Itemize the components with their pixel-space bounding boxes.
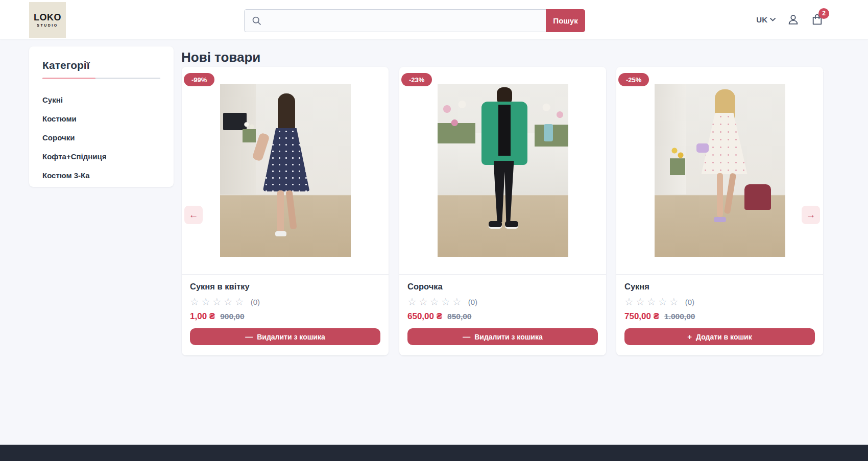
price-old: 900,00 <box>220 312 244 321</box>
cart-button-label: Видалити з кошика <box>257 333 325 341</box>
add-to-cart-button[interactable]: + Додати в кошик <box>624 328 815 345</box>
plus-icon: + <box>687 332 692 341</box>
categories-list: Сукні Костюми Сорочки Кофта+Спідниця Кос… <box>42 90 160 185</box>
discount-badge: -99% <box>184 73 214 86</box>
product-info: Сукня ☆☆☆☆☆ (0) 750,00 ₴ 1.000,00 + Дода… <box>616 275 823 345</box>
sidebar-item-sweater-skirt[interactable]: Кофта+Спідниця <box>42 147 160 166</box>
product-price-row: 650,00 ₴ 850,00 <box>407 311 598 322</box>
product-card: -25% Сукня ☆☆☆☆☆ (0) 750,00 ₴ 1.000,00 +… <box>616 67 823 355</box>
product-name[interactable]: Сукня в квітку <box>190 282 380 292</box>
price-old: 850,00 <box>447 312 471 321</box>
arrow-right-icon: → <box>806 209 816 221</box>
sidebar-item-suit-3pc[interactable]: Костюм 3-Ка <box>42 166 160 185</box>
product-price-row: 1,00 ₴ 900,00 <box>190 311 380 322</box>
user-icon <box>787 13 800 26</box>
product-card: -99% Сукня в квітку ☆☆☆☆☆ (0) 1,00 ₴ 900… <box>182 67 389 355</box>
cart-button[interactable]: 2 <box>810 13 824 27</box>
header: LOKO STUDIO Пошук UK 2 <box>0 0 868 39</box>
rating-count: (0) <box>468 298 477 306</box>
product-photo-zone <box>399 67 606 275</box>
star-rating-icons: ☆☆☆☆☆ <box>624 296 681 307</box>
product-photo-zone <box>616 67 823 275</box>
search-input-wrap <box>244 9 546 32</box>
logo-line1: LOKO <box>34 13 61 22</box>
product-rating: ☆☆☆☆☆ (0) <box>190 296 380 307</box>
search-button[interactable]: Пошук <box>546 9 585 32</box>
price-current: 750,00 ₴ <box>624 311 659 322</box>
product-photo[interactable] <box>655 84 785 257</box>
categories-divider <box>42 78 160 79</box>
rating-count: (0) <box>685 298 694 306</box>
header-actions: UK 2 <box>756 0 824 39</box>
cart-button-label: Додати в кошик <box>696 333 752 341</box>
cart-count-badge: 2 <box>818 8 829 19</box>
sidebar-item-suits[interactable]: Костюми <box>42 109 160 128</box>
product-price-row: 750,00 ₴ 1.000,00 <box>624 311 815 322</box>
product-name[interactable]: Сорочка <box>407 282 598 292</box>
product-card: -23% Сорочка ☆☆☆☆☆ (0) 650,00 ₴ 850,00 —… <box>399 67 606 355</box>
cart-button-label: Видалити з кошика <box>474 333 543 341</box>
logo-line2: STUDIO <box>37 23 58 27</box>
product-photo[interactable] <box>438 84 568 257</box>
footer <box>0 445 868 461</box>
price-current: 1,00 ₴ <box>190 311 215 322</box>
remove-from-cart-button[interactable]: — Видалити з кошика <box>407 328 598 345</box>
account-button[interactable] <box>786 13 800 27</box>
chevron-down-icon <box>770 18 776 21</box>
search-icon <box>251 15 262 26</box>
page-title: Нові товари <box>181 50 260 65</box>
carousel-prev-button[interactable]: ← <box>184 206 203 224</box>
product-rating: ☆☆☆☆☆ (0) <box>624 296 815 307</box>
product-info: Сукня в квітку ☆☆☆☆☆ (0) 1,00 ₴ 900,00 —… <box>182 275 389 345</box>
product-photo[interactable] <box>220 84 351 257</box>
logo[interactable]: LOKO STUDIO <box>29 2 66 38</box>
star-rating-icons: ☆☆☆☆☆ <box>190 296 246 307</box>
remove-from-cart-button[interactable]: — Видалити з кошика <box>190 328 380 345</box>
minus-icon: — <box>245 332 253 341</box>
categories-panel: Категорії Сукні Костюми Сорочки Кофта+Сп… <box>29 46 174 187</box>
rating-count: (0) <box>251 298 260 306</box>
arrow-left-icon: ← <box>189 209 199 221</box>
minus-icon: — <box>463 332 470 341</box>
price-old: 1.000,00 <box>664 312 695 321</box>
language-selector[interactable]: UK <box>756 15 776 24</box>
product-photo-zone <box>182 67 389 275</box>
sidebar-item-dresses[interactable]: Сукні <box>42 90 160 109</box>
product-name[interactable]: Сукня <box>624 282 815 292</box>
categories-title: Категорії <box>42 59 160 71</box>
discount-badge: -25% <box>618 73 649 86</box>
star-rating-icons: ☆☆☆☆☆ <box>407 296 464 307</box>
price-current: 650,00 ₴ <box>407 311 442 322</box>
product-info: Сорочка ☆☆☆☆☆ (0) 650,00 ₴ 850,00 — Вида… <box>399 275 606 345</box>
discount-badge: -23% <box>401 73 432 86</box>
language-label: UK <box>756 15 767 24</box>
carousel-next-button[interactable]: → <box>802 206 820 224</box>
sidebar-item-shirts[interactable]: Сорочки <box>42 128 160 147</box>
search-bar: Пошук <box>244 9 585 32</box>
product-rating: ☆☆☆☆☆ (0) <box>407 296 598 307</box>
search-input[interactable] <box>262 10 546 32</box>
